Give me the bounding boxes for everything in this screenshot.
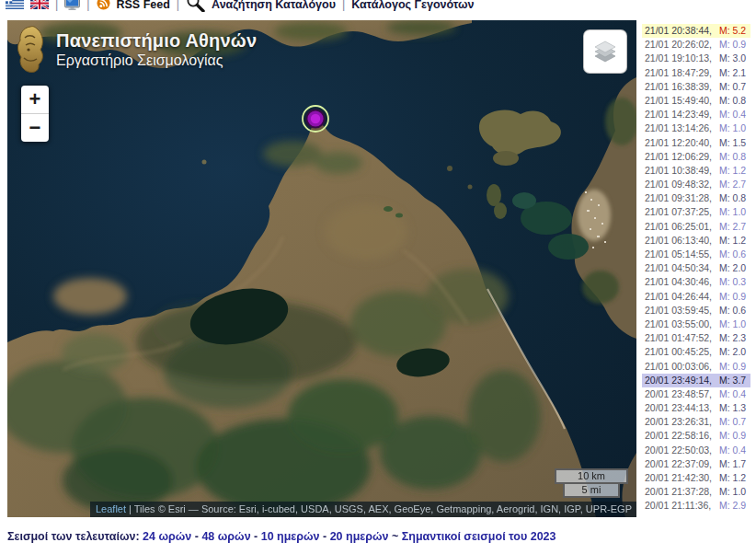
quake-row[interactable]: 20/01 21:37:28,M: 1.0	[642, 485, 750, 499]
quake-date: 21/01 05:14:55,	[645, 248, 719, 261]
event-catalog-link[interactable]: Κατάλογος Γεγονότων	[351, 0, 474, 11]
quake-date: 20/01 22:58:16,	[645, 429, 719, 443]
footer: Σεισμοί των τελευταίων: 24 ωρών - 48 ωρώ…	[7, 530, 556, 543]
zoom-out-button[interactable]: −	[21, 113, 49, 142]
quake-magnitude: M: 2.7	[719, 178, 746, 191]
scale-control: 10 km 5 mi	[555, 468, 628, 498]
quake-magnitude: M: 0.9	[719, 38, 746, 52]
layers-icon	[592, 39, 618, 64]
quake-row[interactable]: 21/01 13:14:26,M: 1.0	[642, 121, 750, 135]
quake-row[interactable]: 20/01 22:50:03,M: 0.4	[642, 444, 750, 457]
quake-date: 21/01 20:26:02,	[645, 38, 719, 52]
quake-row[interactable]: 21/01 04:50:34,M: 2.0	[642, 261, 750, 275]
quake-date: 20/01 22:50:03,	[645, 444, 719, 457]
quake-row[interactable]: 21/01 05:14:55,M: 0.6	[642, 248, 750, 261]
quake-row[interactable]: 20/01 21:11:36,M: 2.9	[642, 499, 750, 513]
quake-row[interactable]: 20/01 22:37:09,M: 1.7	[642, 457, 750, 471]
quake-row[interactable]: 21/01 03:59:45,M: 0.6	[642, 304, 750, 317]
footer-period-link[interactable]: 10 ημερών	[261, 530, 320, 543]
quake-row[interactable]: 21/01 07:37:25,M: 1.0	[642, 205, 750, 219]
quake-magnitude: M: 0.6	[719, 248, 746, 261]
search-catalog-link[interactable]: Αναζήτηση Καταλόγου	[212, 0, 336, 11]
quake-row[interactable]: 21/01 00:03:06,M: 0.9	[642, 360, 750, 374]
quake-magnitude: M: 1.2	[719, 471, 746, 485]
quake-row[interactable]: 20/01 23:44:13,M: 1.3	[642, 401, 750, 415]
quake-row[interactable]: 20/01 23:48:57,M: 0.4	[642, 387, 750, 401]
quake-magnitude: M: 2.7	[719, 220, 746, 234]
earthquake-marker[interactable]	[303, 106, 328, 132]
quake-magnitude: M: 2.0	[719, 261, 746, 275]
monitor-icon[interactable]	[64, 0, 80, 13]
rss-feed-link[interactable]: RSS Feed	[117, 0, 170, 11]
quake-row[interactable]: 21/01 06:13:40,M: 1.2	[642, 234, 750, 248]
quake-magnitude: M: 2.0	[719, 345, 746, 359]
leaflet-link[interactable]: Leaflet	[96, 503, 126, 514]
quake-row[interactable]: 21/01 18:47:29,M: 2.1	[642, 66, 750, 80]
quake-row[interactable]: 21/01 20:26:02,M: 0.9	[642, 38, 750, 52]
quake-magnitude: M: 1.5	[719, 136, 746, 150]
footer-year-link[interactable]: Σημαντικοί σεισμοί του 2023	[402, 530, 556, 543]
quake-magnitude: M: 1.2	[719, 234, 746, 248]
rss-icon[interactable]	[97, 0, 110, 13]
quake-magnitude: M: 1.7	[719, 457, 746, 471]
quake-row[interactable]: 21/01 09:31:28,M: 0.8	[642, 191, 750, 205]
quake-row[interactable]: 21/01 09:48:32,M: 2.7	[642, 178, 750, 191]
quake-row[interactable]: 20/01 21:42:30,M: 1.2	[642, 471, 750, 485]
quake-row[interactable]: 21/01 03:55:00,M: 1.0	[642, 317, 750, 331]
quake-magnitude: M: 3.7	[719, 374, 746, 387]
quake-date: 21/01 09:31:28,	[645, 191, 719, 205]
quake-date: 21/01 06:25:01,	[645, 220, 719, 234]
quake-list: 21/01 20:38:44,M: 5.221/01 20:26:02,M: 0…	[642, 24, 750, 514]
scale-mi: 5 mi	[563, 482, 620, 498]
footer-period-link[interactable]: 48 ωρών	[201, 530, 250, 543]
quake-row[interactable]: 20/01 22:58:16,M: 0.9	[642, 429, 750, 443]
quake-date: 20/01 21:42:30,	[645, 471, 719, 485]
zoom-in-button[interactable]: +	[21, 86, 49, 113]
quake-magnitude: M: 1.3	[719, 401, 746, 415]
quake-date: 21/01 01:47:52,	[645, 331, 719, 345]
footer-period-link[interactable]: 24 ωρών	[143, 530, 191, 543]
logo-title: Πανεπιστήμιο Αθηνών	[56, 30, 257, 52]
quake-row[interactable]: 21/01 01:47:52,M: 2.3	[642, 331, 750, 345]
layers-control-button[interactable]	[583, 29, 627, 74]
site-logo: Πανεπιστήμιο Αθηνών Εργαστήριο Σεισμολογ…	[13, 25, 257, 75]
quake-date: 21/01 15:49:40,	[645, 94, 719, 108]
quake-row[interactable]: 21/01 14:23:49,M: 0.4	[642, 108, 750, 121]
quake-date: 21/01 12:20:40,	[645, 136, 719, 150]
quake-row[interactable]: 21/01 16:38:39,M: 0.7	[642, 80, 750, 94]
quake-magnitude: M: 2.9	[719, 499, 746, 513]
quake-row[interactable]: 21/01 19:10:13,M: 3.0	[642, 52, 750, 65]
footer-period-link[interactable]: 20 ημερών	[330, 530, 389, 543]
quake-magnitude: M: 0.8	[719, 94, 746, 108]
quake-magnitude: M: 0.7	[719, 80, 746, 94]
quake-date: 21/01 20:38:44,	[645, 24, 719, 38]
leaflet-map[interactable]: Πανεπιστήμιο Αθηνών Εργαστήριο Σεισμολογ…	[7, 20, 636, 517]
quake-magnitude: M: 0.6	[719, 304, 746, 317]
quake-row[interactable]: 21/01 04:30:46,M: 0.3	[642, 275, 750, 289]
quake-row[interactable]: 21/01 12:20:40,M: 1.5	[642, 136, 750, 150]
quake-date: 20/01 22:37:09,	[645, 457, 719, 471]
quake-row[interactable]: 21/01 20:38:44,M: 5.2	[642, 24, 750, 38]
quake-magnitude: M: 0.4	[719, 108, 746, 121]
quake-date: 21/01 03:55:00,	[645, 317, 719, 331]
satellite-basemap[interactable]	[7, 20, 636, 517]
quake-magnitude: M: 0.4	[719, 444, 746, 457]
quake-date: 21/01 16:38:39,	[645, 80, 719, 94]
quake-row[interactable]: 20/01 23:26:31,M: 0.7	[642, 415, 750, 429]
quake-row[interactable]: 21/01 04:26:44,M: 0.9	[642, 290, 750, 304]
search-icon[interactable]	[186, 0, 205, 15]
quake-magnitude: M: 0.8	[719, 150, 746, 164]
uk-flag-icon[interactable]	[30, 0, 49, 12]
quake-row[interactable]: 21/01 15:49:40,M: 0.8	[642, 94, 750, 108]
quake-row[interactable]: 21/01 12:06:29,M: 0.8	[642, 150, 750, 164]
quake-date: 21/01 18:47:29,	[645, 66, 719, 80]
greek-flag-icon[interactable]	[6, 0, 24, 12]
quake-date: 21/01 03:59:45,	[645, 304, 719, 317]
quake-row[interactable]: 21/01 06:25:01,M: 2.7	[642, 220, 750, 234]
quake-row[interactable]: 21/01 10:38:49,M: 1.2	[642, 164, 750, 178]
quake-magnitude: M: 1.0	[719, 205, 746, 219]
quake-magnitude: M: 0.3	[719, 275, 746, 289]
quake-row[interactable]: 21/01 00:45:25,M: 2.0	[642, 345, 750, 359]
topbar-separator: |	[342, 0, 345, 11]
quake-row[interactable]: 20/01 23:49:14,M: 3.7	[642, 374, 750, 387]
